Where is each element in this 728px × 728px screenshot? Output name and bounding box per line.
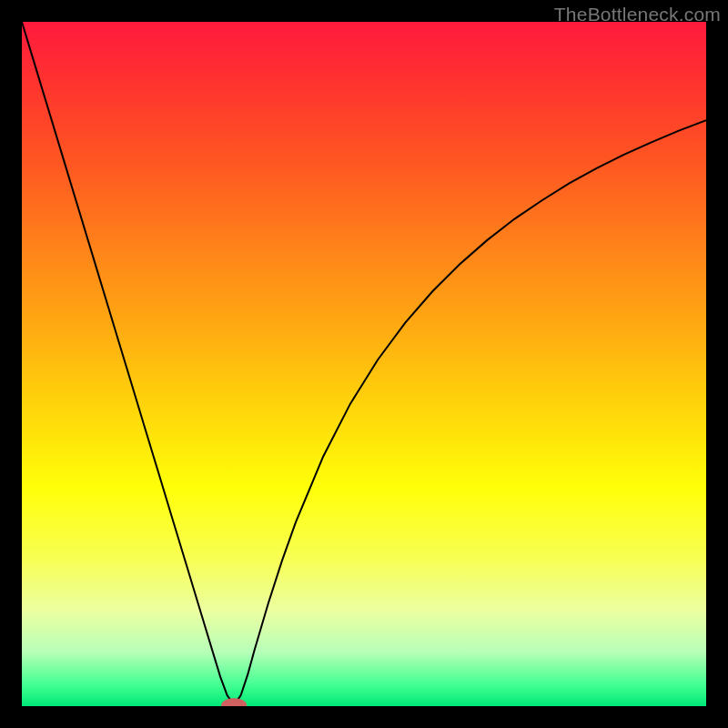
bottleneck-curve — [22, 22, 706, 705]
optimal-marker — [222, 699, 247, 706]
curve-svg — [22, 22, 706, 706]
chart-container: TheBottleneck.com — [0, 0, 728, 728]
plot-area — [22, 22, 706, 706]
